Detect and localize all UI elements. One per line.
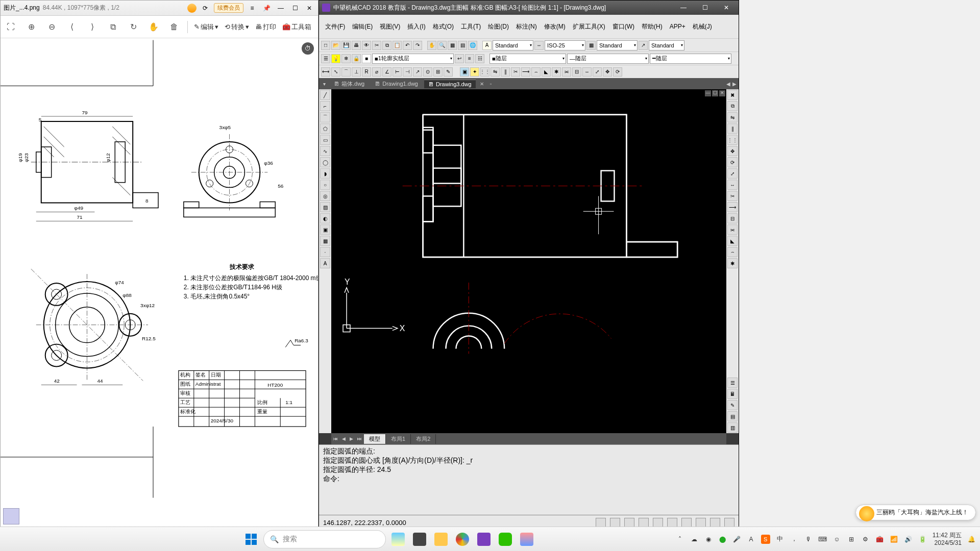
tray-plus-icon[interactable]: 🧰 bbox=[875, 535, 885, 544]
copy-icon[interactable]: ⧉ bbox=[106, 20, 120, 34]
layout1-icon[interactable]: ▦ bbox=[448, 41, 457, 50]
dim-center-icon[interactable]: ⊙ bbox=[423, 67, 432, 77]
fillet-tool-icon[interactable]: ⌢ bbox=[727, 247, 738, 257]
pan-icon[interactable]: ✋ bbox=[427, 41, 436, 50]
print-button[interactable]: 🖶 打印 bbox=[255, 22, 276, 32]
cad-canvas[interactable]: — ☐ ✕ bbox=[331, 89, 726, 433]
menu-window[interactable]: 窗口(W) bbox=[609, 21, 638, 33]
viewport-close-icon[interactable]: ✕ bbox=[719, 90, 725, 96]
fit-screen-icon[interactable]: ⛶ bbox=[4, 20, 18, 34]
tab-scroll-left-icon[interactable]: ◀ bbox=[726, 81, 730, 87]
dim-radius-icon[interactable]: R bbox=[362, 67, 371, 77]
promo-notification[interactable]: 三丽鸥「大耳狗」海盐汽水上线！ bbox=[855, 505, 976, 520]
cut-icon[interactable]: ✂ bbox=[372, 41, 381, 50]
layer-mgr-icon[interactable]: ☰ bbox=[321, 54, 330, 63]
tab-file-1[interactable]: 🖹 箱体.dwg bbox=[330, 79, 369, 89]
region-tool-icon[interactable]: ▣ bbox=[320, 224, 330, 235]
calc-icon[interactable]: 🖩 bbox=[727, 389, 738, 399]
minimize-icon[interactable]: — bbox=[275, 4, 286, 13]
delete-icon[interactable]: 🗑 bbox=[167, 20, 181, 34]
text-tool-icon[interactable]: A bbox=[320, 258, 330, 268]
refedit-icon[interactable]: ✎ bbox=[727, 400, 738, 410]
block-insert-icon[interactable]: ▣ bbox=[460, 67, 469, 77]
rotate-icon[interactable]: ↻ bbox=[126, 20, 140, 34]
maximize-icon[interactable]: ☐ bbox=[289, 4, 301, 13]
break-icon[interactable]: ⊟ bbox=[572, 67, 581, 77]
offset-tool-icon[interactable]: ∥ bbox=[727, 123, 738, 134]
linetype-select[interactable]: — 随层 bbox=[567, 54, 649, 64]
clock[interactable]: 11:42 周五 2024/5/31 bbox=[933, 532, 962, 546]
mirror-tool-icon[interactable]: ⇋ bbox=[727, 112, 738, 122]
dim-continue-icon[interactable]: ⊣ bbox=[403, 67, 412, 77]
dim-style-select[interactable]: ISO-25 bbox=[545, 40, 585, 51]
mleader-icon[interactable]: ↗ bbox=[639, 41, 648, 50]
menu-modify[interactable]: 修改(M) bbox=[541, 21, 569, 33]
menu-insert[interactable]: 插入(I) bbox=[404, 21, 428, 33]
design-center-icon[interactable]: ▤ bbox=[727, 411, 738, 421]
tray-emoji-icon[interactable]: ☺ bbox=[832, 535, 842, 544]
viewport-min-icon[interactable]: — bbox=[705, 90, 711, 96]
task-browser[interactable] bbox=[453, 530, 472, 548]
tray-onedrive-icon[interactable]: ☁ bbox=[690, 535, 699, 544]
menu-dimension[interactable]: 标注(N) bbox=[513, 21, 540, 33]
mtab-next-icon[interactable]: ▶ bbox=[348, 436, 355, 441]
layer-select[interactable]: ■ 1轮廓实线层 bbox=[372, 54, 454, 64]
dim-ordinate-icon[interactable]: ⊥ bbox=[352, 67, 361, 77]
task-wechat[interactable] bbox=[496, 530, 514, 548]
search-box[interactable]: 🔍 搜索 bbox=[263, 530, 386, 548]
join-icon[interactable]: ⫘ bbox=[562, 67, 571, 77]
tab-file-2[interactable]: 🖹 Drawing1.dwg bbox=[371, 80, 422, 88]
layer-prev-icon[interactable]: ↩ bbox=[455, 54, 464, 63]
layer-color-icon[interactable]: ■ bbox=[362, 54, 371, 63]
tray-wifi-icon[interactable]: 📶 bbox=[890, 535, 899, 544]
dim-angular-icon[interactable]: ∠ bbox=[382, 67, 391, 77]
stretch-tool-icon[interactable]: ↔ bbox=[727, 180, 738, 190]
hand-icon[interactable]: ✋ bbox=[146, 20, 161, 34]
mtab-first-icon[interactable]: ⏮ bbox=[331, 436, 340, 441]
mtab-last-icon[interactable]: ⏭ bbox=[355, 436, 364, 441]
tab-dropdown-icon[interactable]: ▾ bbox=[321, 81, 328, 87]
dim-leader-icon[interactable]: ↗ bbox=[413, 67, 422, 77]
tray-ime-a-icon[interactable]: A bbox=[747, 535, 756, 544]
menu-extend[interactable]: 扩展工具(X) bbox=[570, 21, 608, 33]
block-create-icon[interactable]: ✦ bbox=[470, 67, 479, 77]
layer-lock-icon[interactable]: 🔒 bbox=[352, 54, 361, 63]
paste-icon[interactable]: 📋 bbox=[393, 41, 402, 50]
copy-tool-icon[interactable]: ⧉ bbox=[727, 101, 738, 111]
polygon-tool-icon[interactable]: ⬠ bbox=[320, 123, 330, 134]
tab-file-3[interactable]: 🖹 Drawing3.dwg bbox=[424, 80, 476, 88]
polyline-tool-icon[interactable]: ⌐ bbox=[320, 101, 330, 111]
extend-tool-icon[interactable]: ⟶ bbox=[727, 202, 738, 212]
menu-view[interactable]: 视图(V) bbox=[377, 21, 403, 33]
menu-help[interactable]: 帮助(H) bbox=[639, 21, 666, 33]
gradient-tool-icon[interactable]: ◐ bbox=[320, 213, 330, 223]
tray-notifications-icon[interactable]: 🔔 bbox=[967, 535, 976, 544]
ellipse-tool-icon[interactable]: ◯ bbox=[320, 157, 330, 167]
table-style-select[interactable]: Standard bbox=[597, 40, 638, 51]
explode-icon[interactable]: ✱ bbox=[552, 67, 561, 77]
spline-tool-icon[interactable]: ∿ bbox=[320, 146, 330, 156]
table-tool-icon[interactable]: ▦ bbox=[320, 236, 330, 246]
open-icon[interactable]: 📂 bbox=[331, 41, 340, 50]
globe-icon[interactable]: 🌐 bbox=[468, 41, 477, 50]
cad-minimize-icon[interactable]: — bbox=[674, 3, 693, 13]
start-button[interactable] bbox=[242, 530, 260, 548]
pin-icon[interactable]: 📌 bbox=[261, 4, 272, 13]
mirror-icon[interactable]: ⇋ bbox=[491, 67, 500, 77]
explode-tool-icon[interactable]: ✱ bbox=[727, 258, 738, 268]
move-icon[interactable]: ✥ bbox=[603, 67, 612, 77]
task-app-2[interactable] bbox=[410, 530, 429, 548]
zoom-in-icon[interactable]: ⊕ bbox=[24, 20, 38, 34]
vip-renew-button[interactable]: 续费会员 bbox=[214, 3, 243, 13]
trim-icon[interactable]: ✂ bbox=[511, 67, 520, 77]
tray-sogou-icon[interactable]: S bbox=[761, 535, 770, 544]
viewport-max-icon[interactable]: ☐ bbox=[712, 90, 718, 96]
dim-diameter-icon[interactable]: ⌀ bbox=[372, 67, 381, 77]
viewer-tab-name[interactable]: 图片_...4.png bbox=[4, 4, 40, 12]
layer-freeze-icon[interactable]: ❄ bbox=[341, 54, 351, 63]
mtab-prev-icon[interactable]: ◀ bbox=[340, 436, 348, 441]
chamfer-icon[interactable]: ◣ bbox=[542, 67, 551, 77]
dim-edit-icon[interactable]: ✎ bbox=[444, 67, 453, 77]
tab-model[interactable]: 模型 bbox=[364, 434, 386, 444]
chamfer-tool-icon[interactable]: ◣ bbox=[727, 236, 738, 246]
